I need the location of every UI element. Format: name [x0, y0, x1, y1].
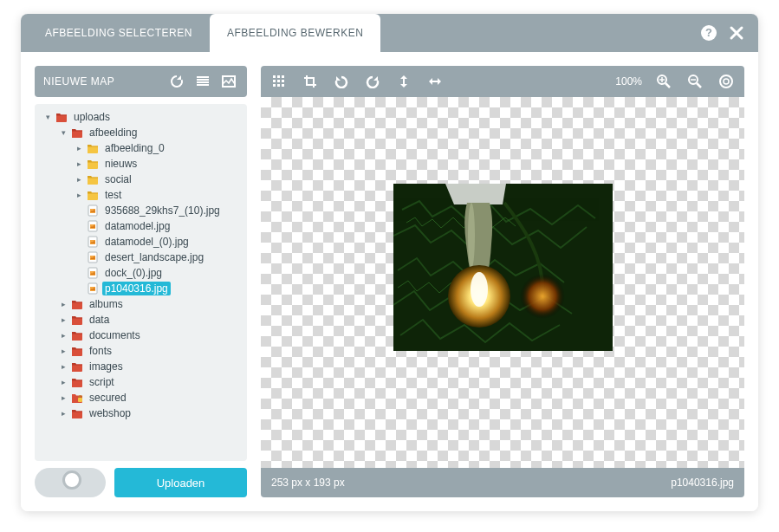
- tree-node[interactable]: ▾afbeelding: [38, 125, 243, 140]
- chevron-right-icon[interactable]: ▸: [59, 378, 68, 386]
- tree-node[interactable]: ▾uploads: [38, 109, 243, 125]
- svg-point-37: [520, 274, 565, 319]
- tree-node-label: desert_landscape.jpg: [102, 250, 206, 264]
- main-panel: 100%: [261, 66, 744, 497]
- sidebar-header: NIEUWE MAP: [35, 66, 247, 97]
- zoom-out-icon[interactable]: [685, 72, 704, 91]
- zoom-label: 100%: [615, 75, 642, 88]
- chevron-down-icon[interactable]: ▾: [59, 128, 68, 137]
- folder-yellow-icon: [87, 142, 99, 154]
- sidebar: NIEUWE MAP ▾uploads▾afbeelding▸afbeeldin…: [35, 66, 247, 497]
- svg-point-32: [724, 79, 729, 84]
- chevron-right-icon[interactable]: ▸: [59, 300, 68, 308]
- chevron-right-icon[interactable]: ▸: [59, 315, 68, 324]
- tree-node-label: test: [102, 188, 124, 202]
- tree-node[interactable]: ▸images: [38, 359, 243, 374]
- file-icon: [87, 236, 99, 248]
- chevron-right-icon[interactable]: ▸: [59, 409, 68, 418]
- tabs: AFBEELDING SELECTERENAFBEELDING BEWERKEN: [21, 14, 380, 52]
- sidebar-bottom: Uploaden: [35, 468, 247, 497]
- chevron-right-icon[interactable]: ▸: [75, 175, 83, 184]
- tree-node-label: 935688_29khs7_(10).jpg: [102, 204, 223, 217]
- tree-node[interactable]: datamodel_(0).jpg: [38, 234, 243, 250]
- tree-node-label: dock_(0).jpg: [102, 266, 165, 280]
- file-icon: [87, 204, 99, 217]
- tree-node[interactable]: ▸documents: [38, 328, 243, 343]
- image-preview: [393, 184, 613, 351]
- tree-node[interactable]: ▸test: [38, 187, 243, 203]
- chevron-right-icon[interactable]: ▸: [59, 362, 68, 371]
- tree-node[interactable]: ▸webshop: [38, 405, 243, 421]
- folder-yellow-icon: [87, 173, 99, 185]
- app-window: AFBEELDING SELECTERENAFBEELDING BEWERKEN…: [21, 14, 758, 511]
- zoom-fit-icon[interactable]: [717, 72, 736, 91]
- folder-red-icon: [71, 298, 83, 310]
- toggle-switch[interactable]: [35, 468, 106, 497]
- svg-point-36: [471, 272, 488, 307]
- tab-0[interactable]: AFBEELDING SELECTEREN: [28, 14, 210, 52]
- tree-node-label: data: [87, 313, 112, 327]
- flip-horizontal-icon[interactable]: [425, 72, 445, 91]
- tree-node-label: documents: [87, 328, 143, 342]
- grid-icon[interactable]: [269, 72, 289, 91]
- crop-icon[interactable]: [301, 72, 320, 91]
- tree-node-label: fonts: [87, 344, 114, 358]
- flip-vertical-icon[interactable]: [394, 72, 413, 91]
- folder-red-icon: [55, 111, 68, 123]
- folder-tree[interactable]: ▾uploads▾afbeelding▸afbeelding_0▸nieuws▸…: [35, 104, 247, 461]
- chevron-right-icon[interactable]: ▸: [75, 159, 83, 168]
- help-icon[interactable]: ?: [699, 23, 718, 42]
- chevron-right-icon[interactable]: ▸: [75, 191, 83, 199]
- tree-node[interactable]: ▸script: [38, 374, 243, 390]
- svg-rect-20: [277, 80, 280, 82]
- tree-node-label: webshop: [87, 406, 133, 420]
- new-folder-label[interactable]: NIEUWE MAP: [43, 75, 114, 88]
- svg-rect-16: [273, 75, 276, 78]
- tree-node-label: datamodel.jpg: [102, 219, 172, 233]
- file-icon: [87, 220, 99, 232]
- folder-red-icon: [71, 127, 83, 139]
- folder-red-icon: [71, 376, 83, 388]
- filename-label: p1040316.jpg: [671, 477, 734, 489]
- redo-icon[interactable]: [363, 72, 382, 91]
- tree-node[interactable]: ▸afbeelding_0: [38, 140, 243, 156]
- tree-node[interactable]: ▸fonts: [38, 343, 243, 359]
- tree-node[interactable]: ▸data: [38, 312, 243, 328]
- chevron-right-icon[interactable]: ▸: [59, 393, 68, 402]
- list-icon[interactable]: [193, 72, 212, 91]
- tree-node[interactable]: p1040316.jpg: [38, 281, 243, 296]
- tab-1[interactable]: AFBEELDING BEWERKEN: [210, 14, 381, 52]
- chevron-right-icon[interactable]: ▸: [59, 347, 68, 355]
- tree-node-label: social: [102, 172, 134, 186]
- file-icon: [87, 251, 99, 263]
- file-icon: [87, 267, 99, 279]
- tree-node[interactable]: datamodel.jpg: [38, 218, 243, 234]
- folder-yellow-icon: [87, 189, 99, 201]
- chevron-right-icon[interactable]: ▸: [75, 144, 83, 152]
- folder-red-icon: [71, 345, 83, 357]
- tree-node[interactable]: dock_(0).jpg: [38, 265, 243, 281]
- tree-node[interactable]: ▸nieuws: [38, 156, 243, 172]
- tree-node[interactable]: ▸albums: [38, 296, 243, 312]
- header: AFBEELDING SELECTERENAFBEELDING BEWERKEN…: [21, 14, 758, 52]
- upload-button[interactable]: Uploaden: [114, 468, 247, 497]
- header-actions: ?: [699, 23, 758, 42]
- tree-node-label: uploads: [71, 110, 113, 124]
- chevron-down-icon[interactable]: ▾: [43, 113, 52, 121]
- tree-node[interactable]: ▸secured: [38, 390, 243, 405]
- refresh-icon[interactable]: [167, 72, 186, 91]
- close-icon[interactable]: [727, 23, 746, 42]
- chevron-right-icon[interactable]: ▸: [59, 331, 68, 340]
- body: NIEUWE MAP ▾uploads▾afbeelding▸afbeeldin…: [21, 52, 758, 511]
- image-canvas[interactable]: [261, 97, 744, 468]
- tree-node[interactable]: desert_landscape.jpg: [38, 250, 243, 265]
- undo-icon[interactable]: [332, 72, 351, 91]
- image-icon[interactable]: [219, 72, 238, 91]
- svg-point-34: [468, 203, 475, 269]
- tree-node[interactable]: 935688_29khs7_(10).jpg: [38, 203, 243, 218]
- svg-rect-21: [282, 80, 284, 82]
- tree-node-label: datamodel_(0).jpg: [102, 235, 192, 249]
- tree-node[interactable]: ▸social: [38, 172, 243, 187]
- svg-rect-18: [282, 75, 284, 78]
- zoom-in-icon[interactable]: [654, 72, 673, 91]
